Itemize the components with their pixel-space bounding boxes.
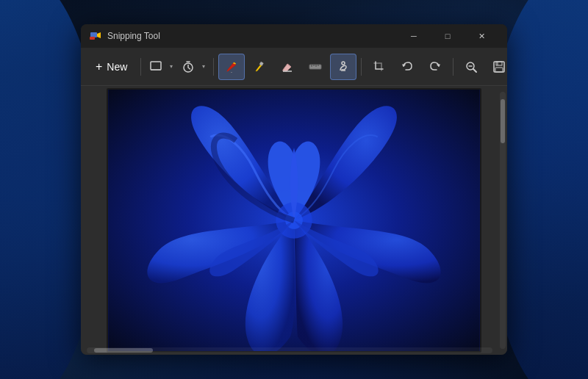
snip-mode-arrow[interactable]: ▾ xyxy=(166,54,176,80)
new-button-label: New xyxy=(107,61,127,73)
snip-mode-group: ▾ xyxy=(146,54,176,80)
window-title: Snipping Tool xyxy=(107,31,397,41)
svg-point-12 xyxy=(342,62,345,65)
zoom-button[interactable] xyxy=(458,54,484,80)
separator-2 xyxy=(213,58,214,76)
horizontal-scrollbar-thumb[interactable] xyxy=(94,348,153,353)
vertical-scrollbar-thumb[interactable] xyxy=(501,99,505,143)
svg-rect-0 xyxy=(90,32,97,37)
wallpaper xyxy=(108,90,480,351)
new-button[interactable]: + New xyxy=(87,56,136,78)
close-button[interactable]: ✕ xyxy=(465,24,498,48)
maximize-button[interactable]: □ xyxy=(431,24,465,48)
redo-button[interactable] xyxy=(422,54,448,80)
vertical-scrollbar[interactable] xyxy=(500,92,506,349)
separator-1 xyxy=(140,58,141,76)
pen-button[interactable] xyxy=(218,54,245,80)
title-bar: Snipping Tool ─ □ ✕ xyxy=(81,24,507,48)
content-area xyxy=(81,86,507,355)
window-controls: ─ □ ✕ xyxy=(397,24,498,48)
crop-button[interactable] xyxy=(366,54,392,80)
timer-button[interactable] xyxy=(178,54,198,80)
snipping-tool-window: Snipping Tool ─ □ ✕ + New ▾ xyxy=(81,24,507,355)
eraser-button[interactable] xyxy=(274,54,301,80)
horizontal-scrollbar[interactable] xyxy=(87,347,492,353)
svg-marker-1 xyxy=(97,32,101,38)
plus-icon: + xyxy=(96,60,102,73)
app-icon xyxy=(90,30,101,42)
separator-3 xyxy=(361,58,362,76)
highlighter-button[interactable] xyxy=(246,54,273,80)
toolbar: + New ▾ ▾ xyxy=(81,48,507,86)
snip-mode-button[interactable] xyxy=(146,54,166,80)
svg-line-15 xyxy=(473,69,476,72)
ruler-button[interactable] xyxy=(302,54,329,80)
svg-rect-2 xyxy=(90,37,95,40)
svg-rect-7 xyxy=(309,65,321,69)
save-button[interactable] xyxy=(486,54,507,80)
undo-button[interactable] xyxy=(394,54,420,80)
minimize-button[interactable]: ─ xyxy=(397,24,431,48)
touch-writing-button[interactable] xyxy=(330,54,356,80)
screenshot-canvas xyxy=(107,88,481,353)
svg-rect-3 xyxy=(151,62,161,70)
timer-arrow[interactable]: ▾ xyxy=(198,54,209,80)
wallpaper-svg xyxy=(108,90,480,351)
separator-4 xyxy=(453,58,453,76)
svg-rect-18 xyxy=(495,68,503,72)
timer-group: ▾ xyxy=(178,54,209,80)
